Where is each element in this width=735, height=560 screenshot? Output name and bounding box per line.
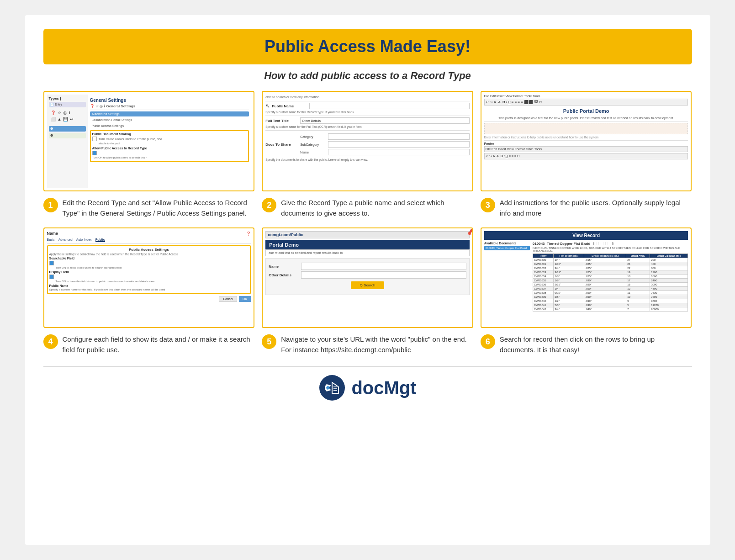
cancel-button[interactable]: Cancel — [219, 296, 237, 302]
tab-auto-index[interactable]: Auto-Index — [76, 238, 92, 242]
tab-basic[interactable]: Basic — [47, 238, 55, 242]
table-cell: CW01638 — [533, 291, 554, 295]
table-cell: .030" — [584, 295, 626, 299]
allow-public-label: Allow Public Access to Record Type — [92, 147, 147, 150]
table-row[interactable]: CW016393/8".030"107200 — [533, 295, 688, 299]
f-bold[interactable]: B — [501, 154, 503, 158]
table-cell: .025" — [584, 270, 626, 275]
step3-toolbar: File Edit Insert View Format Table Tools — [484, 95, 540, 98]
checkbox-1[interactable] — [92, 137, 97, 141]
table-cell: 3/16" — [554, 283, 584, 287]
table-cell: .030" — [584, 303, 626, 307]
table-row[interactable]: CW016323/4".025"22800 — [533, 266, 688, 270]
display-checkbox[interactable] — [49, 275, 54, 279]
table-cell: 1800 — [650, 275, 688, 279]
step-4-desc: 4 Configure each field to show its data … — [43, 333, 255, 357]
divider-6 — [484, 140, 688, 141]
ok-button[interactable]: OK — [239, 296, 251, 302]
available-public: ailable to the publ — [99, 142, 247, 145]
doc-item[interactable]: 010043_Tinned Copper Flat Braid — [484, 246, 530, 250]
table-row[interactable]: CW016401/2".030"99800 — [533, 299, 688, 303]
search-button[interactable]: Q Search — [351, 281, 385, 289]
instructions-area[interactable] — [484, 123, 688, 134]
table-cell: 2400 — [650, 279, 688, 283]
public-name-input[interactable] — [309, 103, 470, 109]
table-cell: 15 — [626, 283, 650, 287]
table-cell: 1/4" — [554, 287, 584, 291]
public-name-label: Public Name — [272, 104, 304, 108]
undo-icon: ↩ — [70, 117, 74, 122]
steps-row-2: Name ❓ Basic Advanced Auto-Index Public … — [43, 227, 692, 357]
gs-label: General Settings — [106, 104, 135, 108]
types-label: Types | — [49, 96, 86, 100]
table-row[interactable]: CW016333/32".025"191200 — [533, 270, 688, 275]
subcategory-input[interactable] — [328, 141, 470, 148]
name-input[interactable] — [328, 149, 470, 155]
step-text-4: Configure each field to show its data an… — [63, 334, 255, 355]
checkbox-row-1: Turn ON to allows users to create public… — [92, 137, 247, 141]
help-icon: ❓ — [51, 111, 56, 115]
icon-row-2: ⬜ ▲ 💾 ↩ — [50, 116, 85, 122]
f-italic[interactable]: I — [504, 154, 505, 158]
footer-format-toolbar: ↩ ↪ A ·A· B I U ≡ ≡ ≡ ✂ — [484, 153, 688, 159]
align-icons: ≡ ≡ ≡ ≡ — [512, 100, 523, 104]
table-cell: 1/30" — [554, 262, 584, 266]
divider-5 — [484, 121, 688, 122]
checkbox-2[interactable] — [92, 151, 97, 155]
f-a: A ·A· — [493, 154, 500, 158]
table-row[interactable]: CW016415/8".030"513200 — [533, 303, 688, 307]
full-text-value: Other Details — [302, 119, 321, 122]
category-label: Category — [300, 135, 325, 138]
f-underline[interactable]: U — [506, 154, 508, 158]
display-label: Display Field — [49, 270, 81, 274]
table-cell: CW01639 — [533, 295, 554, 299]
checkbox-row-inner — [92, 151, 147, 155]
step-4-screenshot: Name ❓ Basic Advanced Auto-Index Public … — [43, 227, 255, 328]
main-title: Public Access Made Easy! — [53, 37, 683, 56]
step5-other-input[interactable] — [301, 271, 466, 279]
footer-label: Footer — [484, 142, 688, 145]
category-input[interactable] — [328, 133, 470, 140]
tab-public[interactable]: Public — [95, 238, 105, 242]
docmgt-logo-icon — [318, 374, 346, 402]
gs-icon: ❓ — [90, 104, 95, 108]
step-4-mockup: Name ❓ Basic Advanced Auto-Index Public … — [44, 228, 254, 327]
table-row[interactable]: CW016301/4".015"27200 — [533, 258, 688, 262]
f-align: ≡ ≡ ≡ ✂ — [509, 154, 520, 158]
full-text-input[interactable]: Other Details — [300, 117, 470, 124]
table-row[interactable]: CW016423/4".040"720000 — [533, 307, 688, 312]
specify-custom-text: Specify a custom name for this Record Ty… — [265, 111, 470, 114]
f-redo[interactable]: ↪ — [489, 154, 492, 158]
table-row[interactable]: CW016351/8".030"172400 — [533, 279, 688, 283]
url-text: ocmgt.com/Public — [268, 232, 303, 237]
table-cell: CW01635 — [533, 279, 554, 283]
public-access-settings: Public Access Settings — [90, 123, 249, 128]
italic-btn[interactable]: I — [506, 100, 507, 104]
redo-btn[interactable]: ↪ — [490, 100, 493, 104]
step-text-6: Search for record then click on the rows… — [500, 334, 692, 355]
tab-advanced[interactable]: Advanced — [58, 238, 73, 242]
step5-name-input[interactable] — [301, 263, 466, 270]
bold-btn[interactable]: B — [502, 100, 505, 104]
step-3-desc: 3 Add instructions for the public users.… — [481, 196, 692, 220]
table-row[interactable]: CW016371/4".030"124800 — [533, 287, 688, 291]
table-cell: 200 — [650, 258, 688, 262]
table-cell: 400 — [650, 262, 688, 266]
table-row[interactable]: CW016311/30".025"24400 — [533, 262, 688, 266]
gs-circle: ◎ — [100, 104, 103, 108]
table-cell: 11 — [626, 291, 650, 295]
f-undo[interactable]: ↩ — [486, 154, 488, 158]
table-row[interactable]: CW016389/32".030"117630 — [533, 291, 688, 295]
subtitle: How to add public access to a Record Typ… — [43, 70, 692, 82]
step-1-screenshot: Types | 📄 Entry ❓ ☆ ◎ ℹ ⬜ — [43, 91, 255, 191]
step-text-3: Add instructions for the public users. O… — [500, 198, 692, 218]
table-cell: .040" — [584, 307, 626, 312]
table-row[interactable]: CW016341/8".025"181800 — [533, 275, 688, 279]
underline-btn[interactable]: U — [508, 100, 511, 104]
searchable-checkbox[interactable] — [49, 261, 54, 265]
footer-file: File — [486, 148, 491, 151]
undo-btn[interactable]: ↩ — [486, 100, 489, 104]
doc-title-display: 010043_Tinned Copper Flat Braid ████████ — [533, 242, 688, 246]
table-row[interactable]: CW016363/16".030"153000 — [533, 283, 688, 287]
name-label: Name — [300, 151, 325, 154]
